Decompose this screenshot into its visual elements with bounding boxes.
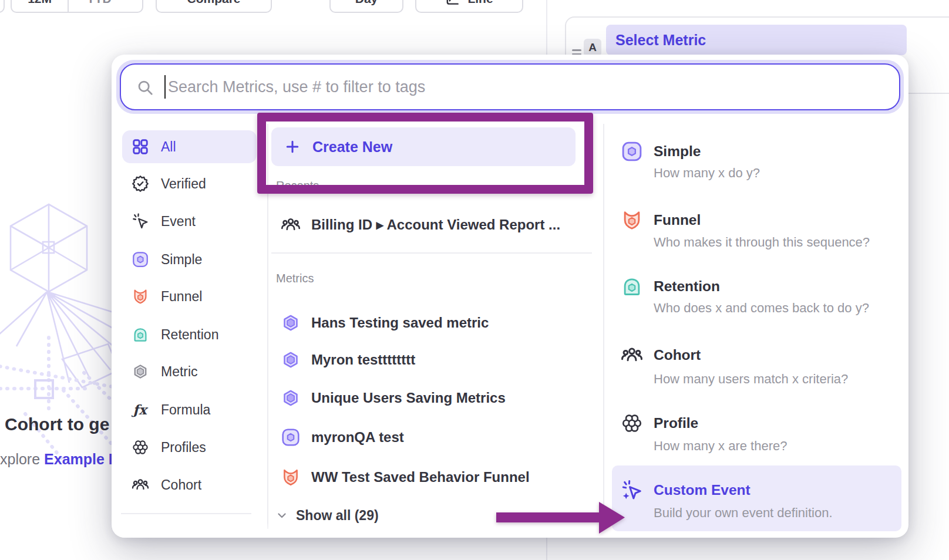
sidebar-item-all[interactable]: All [119,130,257,163]
type-funnel-desc: Who makes it through this sequence? [654,234,870,251]
simple-chip-icon [621,140,643,163]
sidebar-item-profiles[interactable]: Profiles [119,431,257,464]
sidebar-item-clipped[interactable]: T [119,528,257,538]
caret-down-icon [115,0,124,4]
metric-hexagon-icon [281,350,301,370]
cohort-people-icon [621,344,643,366]
sidebar-item-metric[interactable]: Metric [119,355,257,388]
profiles-cluster-icon [621,412,643,434]
funnel-icon [281,467,301,487]
sidebar-item-verified[interactable]: Verified [119,167,257,200]
custom-event-cursor-icon [621,479,643,501]
metric-list-item[interactable]: Unique Users Saving Metrics [281,382,598,414]
recents-header: Recents [276,179,319,193]
type-profile-desc: How many x are there? [654,437,787,455]
metric-picker-modal: All Verified Event Simple Funnel Retenti… [112,55,908,538]
column-divider [603,124,604,529]
section-divider [271,252,592,254]
line-label: Line [467,0,493,6]
create-new-button[interactable]: Create New [271,127,576,166]
tag-icon [132,535,149,538]
metric-list-item[interactable]: Hans Testing saved metric [281,306,598,339]
metric-hexagon-icon [281,313,301,333]
cohort-people-icon [132,476,149,494]
metric-list-item[interactable]: WW Test Saved Behavior Funnel [281,461,598,494]
type-simple-desc: How many x do y? [654,164,760,182]
day-granularity-button[interactable]: Day [329,0,403,13]
sidebar-item-simple[interactable]: Simple [119,243,257,276]
funnel-icon [621,209,643,231]
search-input[interactable] [120,63,900,110]
type-simple[interactable]: Simple [654,141,701,161]
clipped-toolbar-button[interactable] [0,0,5,13]
type-retention[interactable]: Retention [654,276,720,296]
metric-list-item[interactable]: Myron testttttttt [281,343,598,376]
sidebar-item-event[interactable]: Event [119,205,257,238]
compare-label: Compare [187,0,240,6]
compare-button[interactable]: Compare [156,0,272,13]
range-12m-label: 12M [28,0,52,6]
range-12m-button[interactable]: 12M [12,0,68,12]
cohort-people-icon [281,215,301,235]
verified-badge-icon [132,175,149,193]
column-divider [267,124,268,529]
type-funnel[interactable]: Funnel [654,210,701,230]
sidebar-item-retention[interactable]: Retention [119,318,257,351]
type-profile[interactable]: Profile [654,413,698,433]
type-custom-event[interactable]: Custom Event [654,480,751,500]
range-ytd-button[interactable]: YTD [68,0,142,12]
range-ytd-label: YTD [87,0,112,6]
select-metric-pill[interactable]: Select Metric [606,25,907,55]
metrics-header: Metrics [276,272,314,285]
sidebar-item-funnel[interactable]: Funnel [119,280,257,313]
event-cursor-icon [132,212,149,230]
plus-icon [284,139,301,155]
sidebar-item-cohort[interactable]: Cohort [119,468,257,501]
line-chart-type-button[interactable]: Line [415,0,523,13]
metric-hexagon-icon [281,388,301,408]
day-label: Day [355,0,378,6]
formula-icon [132,401,149,419]
profiles-cluster-icon [132,438,149,456]
series-badge: A [584,39,601,56]
recent-item[interactable]: Billing ID ▸ Account Viewed Report ... [281,208,598,241]
text-caret [164,75,166,99]
empty-state-headline: r Cohort to ge [0,414,109,434]
date-range-group: 12M YTD [11,0,143,13]
empty-state-explore: xplore Example R [0,451,119,468]
type-retention-desc: Who does x and comes back to do y? [654,299,869,317]
example-reports-link[interactable]: Example R [44,451,119,467]
type-cohort[interactable]: Cohort [654,345,701,365]
sidebar-item-formula[interactable]: Formula [119,393,257,426]
metric-hexagon-icon [132,363,149,380]
grid-icon [132,138,149,156]
type-custom-event-desc: Build your own event definition. [654,504,833,522]
screen: 12M YTD Compare Day Line A Select Metric [0,0,949,560]
metric-list-item[interactable]: myronQA test [281,421,598,454]
simple-chip-icon [281,427,301,447]
sidebar-divider [121,513,251,514]
type-cohort-desc: How many users match x criteria? [654,370,848,388]
show-all-button[interactable]: Show all (29) [275,499,379,532]
line-chart-icon [445,0,460,6]
funnel-icon [132,288,149,305]
simple-chip-icon [132,251,149,268]
search-icon [136,79,154,96]
chevron-down-icon [275,508,289,522]
retention-icon [132,326,149,343]
retention-icon [621,275,643,298]
